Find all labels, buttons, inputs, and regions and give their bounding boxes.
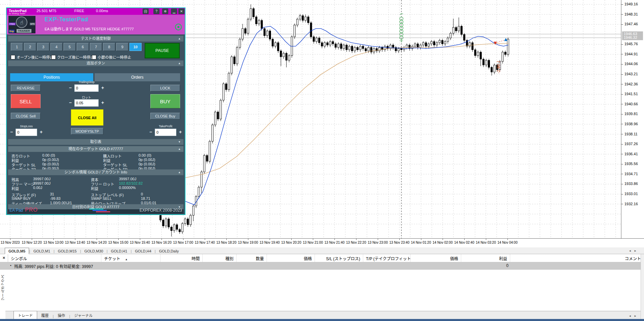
- column-header[interactable]: 種別: [203, 254, 237, 262]
- checkbox-label: オープン後に一時停止: [17, 54, 53, 60]
- section-trade-table[interactable]: 取引表▼: [8, 139, 183, 145]
- info-value: 39997.00J: [33, 181, 50, 185]
- speed-button-4[interactable]: 4: [50, 43, 63, 51]
- column-header[interactable]: 価格: [267, 254, 315, 262]
- bid-price-box: 1946.32: [622, 35, 643, 40]
- time-tick-label: 13 Nov 15:40: [130, 241, 150, 244]
- time-tick-label: 13 Nov 19:40: [259, 241, 280, 244]
- pause-checkbox-1[interactable]: クローズ後に一時停止: [51, 54, 94, 60]
- tab-orders[interactable]: Orders: [95, 73, 180, 81]
- price-tick: [621, 154, 623, 154]
- speed-button-6[interactable]: 6: [77, 43, 89, 51]
- toolbox-vertical-label[interactable]: ツールボックス: [0, 256, 5, 320]
- close-all-button[interactable]: CLOSE All: [71, 109, 103, 126]
- time-tick-label: 13 Nov 17:40: [195, 241, 215, 244]
- trade-table-header: × シンボルチケット▲時間種別数量価格S/L (ストップロス)T/P (テイクプ…: [0, 254, 644, 262]
- chart-tab-gold-m1[interactable]: GOLD,M1: [30, 248, 54, 254]
- tools-icon[interactable]: ✲: [162, 8, 168, 14]
- stoploss-minus-button[interactable]: −: [10, 129, 13, 135]
- price-tick: [621, 174, 623, 174]
- toolbox-tab-1[interactable]: 履歴: [37, 311, 53, 319]
- speed-button-2[interactable]: 2: [24, 43, 36, 51]
- checkbox-box[interactable]: [11, 55, 15, 59]
- trailingstop-plus-button[interactable]: +: [101, 85, 104, 90]
- column-header[interactable]: 数量: [237, 254, 267, 262]
- trailingstop-minus-button[interactable]: −: [69, 85, 72, 90]
- chart-tab-scroll-arrows[interactable]: ◂ ▸: [629, 249, 638, 252]
- toolbox-tab-2[interactable]: 操作: [54, 311, 69, 319]
- time-tick-label: 13 Nov 23:40: [389, 241, 410, 244]
- modify-sltp-button[interactable]: MODIFYSLTP: [71, 128, 103, 135]
- takeprofit-minus-button[interactable]: −: [149, 129, 152, 135]
- checkbox-box[interactable]: [92, 55, 96, 59]
- time-tick-label: 13 Nov 15:00: [108, 241, 128, 244]
- column-header[interactable]: 時間: [160, 254, 203, 262]
- lot-plus-button[interactable]: +: [101, 100, 104, 105]
- speed-button-8[interactable]: 8: [103, 43, 115, 51]
- column-header[interactable]: チケット▲: [101, 254, 160, 262]
- column-header[interactable]: コメント: [510, 254, 644, 262]
- column-header[interactable]: シンボル: [8, 254, 101, 262]
- chart-tab-gold-m30[interactable]: GOLD,M30: [81, 248, 107, 254]
- section-speed-control[interactable]: テストの速度制御▲: [8, 36, 183, 42]
- stoploss-plus-button[interactable]: +: [40, 129, 43, 135]
- chart-tab-gold-m5[interactable]: GOLD,M5: [5, 248, 29, 254]
- time-tick: [248, 239, 248, 240]
- section-extra-buttons[interactable]: 追加ボタン▲: [8, 60, 183, 66]
- sell-button[interactable]: SELL: [11, 94, 41, 108]
- price-tick: [621, 94, 623, 95]
- reverse-button[interactable]: REVERSE: [11, 85, 41, 91]
- section-current-target[interactable]: 現在のターゲット GOLD #77777▲: [8, 146, 183, 152]
- time-axis[interactable]: 13 Nov 202313 Nov 12:2013 Nov 13:0013 No…: [0, 238, 644, 247]
- balance-row[interactable]: • 残高: 39997 pips 利益: 0 有効証拠金: 39997 0: [0, 262, 644, 270]
- toolbox-scroll-arrows[interactable]: ◂ ▸: [629, 314, 638, 318]
- trailingstop-input[interactable]: 0: [74, 84, 99, 92]
- close-icon[interactable]: ✕: [178, 8, 184, 14]
- chart-tab-gold-h4[interactable]: GOLD,H4: [132, 248, 155, 254]
- time-tick-label: 13 Nov 21:40: [324, 241, 345, 244]
- status-ring-icon[interactable]: [175, 24, 182, 30]
- footer-logo-line: [96, 211, 110, 212]
- mt5-strategy-tester-window: -2.90 J 1949.161948.311947.461945.761944…: [0, 0, 644, 321]
- speed-button-5[interactable]: 5: [64, 43, 76, 51]
- pause-button[interactable]: PAUSE: [145, 43, 180, 58]
- pause-checkbox-0[interactable]: オープン後に一時停止: [11, 54, 53, 60]
- section-symbol-info[interactable]: シンボル情報 GOLD / アカウント Info▲: [8, 169, 183, 175]
- minimize-icon[interactable]: ▁: [171, 8, 177, 14]
- price-axis[interactable]: 1949.161948.311947.461945.761944.911944.…: [621, 0, 644, 238]
- speed-button-1[interactable]: 1: [11, 43, 23, 51]
- trade-scrollbar[interactable]: [641, 254, 644, 319]
- chart-tab-gold-h1[interactable]: GOLD,H1: [107, 248, 130, 254]
- takeprofit-plus-button[interactable]: +: [179, 129, 182, 135]
- panel-titlebar[interactable]: TesterPad for Strategy Tester 25.501 MT5…: [7, 8, 185, 15]
- hand-icon: ☝: [16, 17, 27, 28]
- speed-button-7[interactable]: 7: [90, 43, 102, 51]
- chart-tab-gold-m15[interactable]: GOLD,M15: [54, 248, 80, 254]
- time-tick: [399, 239, 400, 240]
- pause-checkbox-2[interactable]: 小節の後に一時停止: [92, 54, 131, 60]
- column-header[interactable]: 利益: [461, 254, 510, 262]
- time-tick: [443, 239, 443, 240]
- column-header[interactable]: T/P (テイクプロフィット): [363, 254, 411, 262]
- lot-input[interactable]: 0.05: [74, 99, 99, 107]
- close-buy-button[interactable]: CLOSE Buy: [150, 113, 180, 119]
- close-sell-button[interactable]: CLOSE Sell: [11, 113, 41, 119]
- lock-button[interactable]: LOCK: [150, 85, 180, 91]
- column-header[interactable]: S/L (ストップロス): [315, 254, 363, 262]
- stoploss-input[interactable]: 0: [16, 129, 37, 136]
- speed-button-9[interactable]: 9: [116, 43, 128, 51]
- panel-header: ☝ FREE MT5 Exp TRAINER EXP-TesterPad EA …: [7, 15, 185, 34]
- buy-button[interactable]: BUY: [150, 94, 180, 108]
- info-value: 102.82/102.82: [119, 181, 143, 185]
- takeprofit-input[interactable]: 0: [155, 129, 176, 136]
- lot-minus-button[interactable]: −: [69, 100, 72, 105]
- speed-button-3[interactable]: 3: [37, 43, 49, 51]
- column-header[interactable]: 価格: [411, 254, 461, 262]
- toolbox-tab-3[interactable]: ジャーナル: [70, 311, 97, 319]
- toolbox-tab-0[interactable]: トレード: [14, 311, 37, 319]
- help-icon[interactable]: ?: [153, 8, 159, 14]
- speed-button-10[interactable]: 10: [129, 43, 142, 51]
- checkbox-box[interactable]: [51, 55, 56, 59]
- chart-tab-gold-daily[interactable]: GOLD,Daily: [156, 248, 182, 254]
- info-icon[interactable]: (i): [143, 8, 149, 14]
